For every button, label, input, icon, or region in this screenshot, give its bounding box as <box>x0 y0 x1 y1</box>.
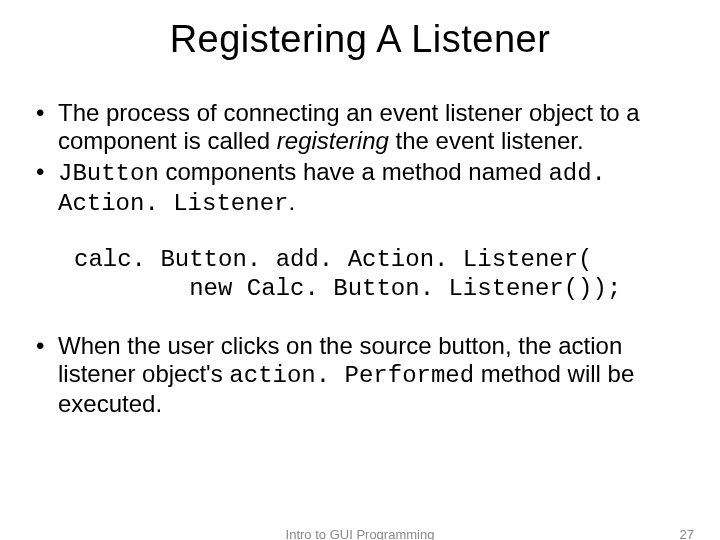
bullet-list-1: The process of connecting an event liste… <box>34 99 686 218</box>
bullet-2-mid: components have a method named <box>159 158 549 185</box>
bullet-1: The process of connecting an event liste… <box>34 99 686 156</box>
bullet-3: When the user clicks on the source butto… <box>34 332 686 419</box>
code-block: calc. Button. add. Action. Listener( new… <box>74 246 686 304</box>
bullet-2-code-1: JButton <box>58 160 159 187</box>
code-line-1: calc. Button. add. Action. Listener( <box>74 246 592 273</box>
bullet-1-italic: registering <box>277 127 389 154</box>
bullet-2-end: . <box>288 188 295 215</box>
bullet-list-2: When the user clicks on the source butto… <box>34 332 686 419</box>
code-line-2: new Calc. Button. Listener()); <box>74 275 621 302</box>
bullet-2: JButton components have a method named a… <box>34 158 686 219</box>
page-number: 27 <box>680 527 694 540</box>
slide-title: Registering A Listener <box>0 18 720 61</box>
slide-body: The process of connecting an event liste… <box>34 99 686 419</box>
bullet-3-code: action. Performed <box>229 362 474 389</box>
slide: Registering A Listener The process of co… <box>0 18 720 540</box>
bullet-1-text-post: the event listener. <box>389 127 584 154</box>
footer-text: Intro to GUI Programming <box>0 527 720 540</box>
